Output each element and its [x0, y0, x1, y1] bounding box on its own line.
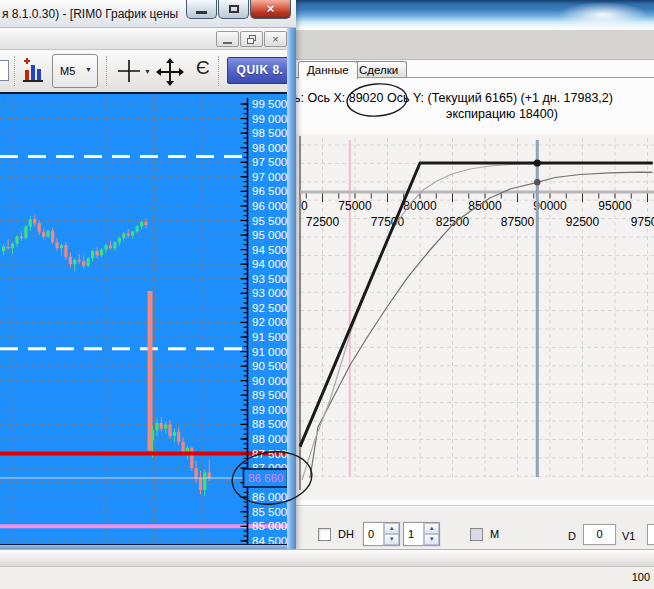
mdi-minimize-icon: [223, 42, 232, 44]
minimize-icon: [196, 11, 207, 14]
x-axis-label: 72500: [306, 215, 340, 229]
spinner-2-up-icon[interactable]: ▲: [424, 523, 439, 534]
candle-body: [136, 226, 139, 231]
pan-move-icon[interactable]: [156, 58, 184, 86]
candle-body: [118, 238, 121, 242]
mdi-minimize-button[interactable]: [216, 31, 239, 47]
price-axis-label: 85 500: [252, 506, 287, 518]
candle-body: [87, 258, 90, 265]
v1-label: V1: [622, 530, 635, 543]
chevron-down-icon: ▼: [85, 66, 92, 73]
spinner-1-down-icon[interactable]: ▼: [384, 534, 399, 545]
payoff-series-current: [310, 172, 653, 478]
minimize-button[interactable]: [186, 0, 217, 19]
interval-combo[interactable]: M5 ▼: [52, 54, 98, 88]
maximize-button[interactable]: [218, 0, 249, 19]
price-axis-label: 85 000: [252, 520, 287, 532]
price-axis-label: 94 000: [252, 258, 287, 270]
dh-checkbox[interactable]: [318, 528, 331, 541]
candle-body: [151, 430, 154, 440]
window-right-border: [287, 28, 296, 549]
close-button[interactable]: ×: [250, 0, 291, 19]
candlestick-chart[interactable]: 99 50099 00098 50098 00097 50097 00096 5…: [0, 94, 290, 544]
maximize-icon: [229, 5, 239, 13]
price-axis-label: 93 500: [252, 273, 287, 285]
candle-body: [42, 232, 45, 236]
toolbar-edit-partial[interactable]: [0, 60, 9, 81]
axis-info-line2: экспирацию 18400): [446, 107, 558, 121]
aero-title-band: [288, 0, 654, 30]
price-axis-label: 89 500: [252, 389, 287, 401]
candle-body: [155, 423, 158, 430]
candle-body: [96, 251, 99, 255]
candle-body: [195, 468, 198, 478]
candle-body: [82, 261, 85, 265]
mdi-restore-button[interactable]: [240, 31, 263, 47]
candle-body: [7, 247, 10, 248]
price-axis-label: 87 500: [252, 448, 287, 460]
d-label: D: [568, 530, 576, 543]
quik-chart-window: я 8.1.0.30) - [RIM0 График цены и... × ×: [0, 0, 296, 549]
screen: Данные Сделки ь: Ось X: 89020 Ось Y: (Те…: [0, 0, 654, 589]
d-field[interactable]: 0: [583, 524, 616, 545]
price-axis-label: 91 000: [252, 346, 287, 358]
price-axis-label: 94 500: [252, 244, 287, 256]
spinner-1-value: 0: [364, 523, 383, 545]
chart-type-icon[interactable]: [22, 58, 46, 84]
price-axis-label: 97 500: [252, 156, 287, 168]
price-chart-area[interactable]: 99 50099 00098 50098 00097 50097 00096 5…: [0, 92, 290, 545]
payoff-chart[interactable]: 0750008000085000900009500072500775008250…: [296, 132, 654, 500]
crosshair-dropdown-icon[interactable]: ▼: [144, 68, 151, 75]
price-axis-label: 99 500: [252, 98, 287, 110]
axis-info-line1: ь: Ось X: 89020 Ось Y: (Текущий 6165) (+…: [294, 91, 613, 105]
candle-body: [100, 250, 103, 256]
candle-body: [11, 244, 14, 248]
price-axis-label: 96 500: [252, 185, 287, 197]
m-checkbox[interactable]: [470, 528, 483, 541]
price-axis-label: 88 000: [252, 433, 287, 445]
candle-body: [131, 232, 134, 236]
candle-body: [15, 237, 18, 244]
mdi-close-icon: ×: [265, 32, 286, 46]
spinner-1-up-icon[interactable]: ▲: [384, 523, 399, 534]
quik-logo: QUIK 8.: [227, 57, 293, 84]
candle-body: [38, 223, 41, 232]
ellipse-tool-icon[interactable]: Є: [196, 57, 210, 79]
window-title-bar[interactable]: я 8.1.0.30) - [RIM0 График цены и... ×: [0, 0, 296, 28]
price-axis-label: 95 000: [252, 229, 287, 241]
close-icon: ×: [251, 0, 290, 18]
candle-body: [199, 478, 202, 490]
candle-body: [140, 222, 143, 226]
candle-body: [182, 442, 185, 452]
candle-body: [148, 291, 153, 451]
interval-value: M5: [60, 65, 75, 77]
v1-field[interactable]: [647, 524, 654, 545]
x-axis-label: 77500: [371, 215, 405, 229]
candle-body: [173, 432, 176, 436]
marker-dot-expiration: [534, 159, 541, 166]
spinner-2[interactable]: 1 ▲ ▼: [403, 522, 440, 546]
price-axis-label: 88 500: [252, 418, 287, 430]
tab-dannye[interactable]: Данные: [298, 61, 358, 79]
candle-body: [24, 226, 27, 238]
candle-body: [73, 260, 76, 264]
options-controls-row: DH 0 ▲ ▼ 1 ▲ ▼ M D 0 V1: [288, 505, 654, 551]
price-axis-label: 93 000: [252, 287, 287, 299]
price-axis-label: 92 000: [252, 316, 287, 328]
m-label: M: [490, 528, 499, 541]
toolbar-separator: [106, 56, 107, 86]
spinner-1[interactable]: 0 ▲ ▼: [363, 522, 400, 546]
price-axis-label: 97 000: [252, 171, 287, 183]
candle-body: [164, 424, 167, 428]
crosshair-icon[interactable]: [116, 58, 142, 84]
horizontal-scrollbar[interactable]: [0, 549, 654, 567]
candle-body: [208, 472, 211, 478]
candle-body: [47, 231, 50, 237]
toolbar-separator: [14, 56, 15, 86]
candle-body: [190, 448, 193, 468]
spinner-2-down-icon[interactable]: ▼: [424, 534, 439, 545]
price-axis-label: 89 000: [252, 404, 287, 416]
x-axis-label: 82500: [436, 215, 470, 229]
mdi-close-button[interactable]: ×: [264, 31, 287, 47]
tab-sdelki[interactable]: Сделки: [350, 61, 407, 78]
